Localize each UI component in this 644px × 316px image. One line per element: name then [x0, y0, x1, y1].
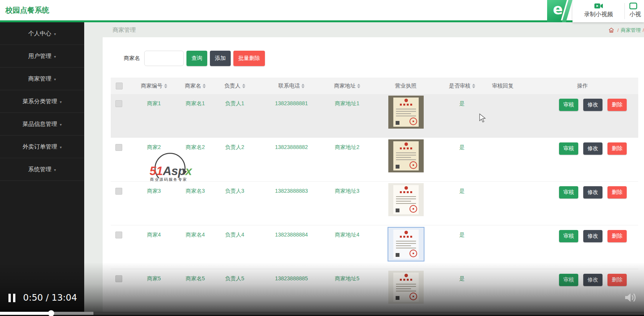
cell-audited: 是	[445, 94, 479, 138]
audit-button[interactable]: 审核	[559, 99, 578, 111]
business-license-image[interactable]	[388, 139, 424, 172]
sidebar-item-3[interactable]: 商家管理▾	[0, 68, 84, 90]
sort-icon[interactable]	[357, 84, 360, 88]
record-video-button[interactable]: 录制小视频	[572, 0, 624, 22]
sort-icon[interactable]	[472, 84, 475, 88]
delete-button[interactable]: 删除	[607, 186, 627, 199]
column-header[interactable]: 联系电话	[255, 78, 328, 94]
cell-merchant-name: 商家名1	[176, 94, 215, 138]
delete-button[interactable]: 删除	[607, 142, 627, 155]
edit-button[interactable]: 修改	[583, 186, 602, 199]
table-row: 商家2 商家名2 负责人2 13823888882 商家地址2 是	[111, 138, 638, 182]
column-header-label: 商家地址	[334, 83, 356, 89]
query-button[interactable]: 查询	[186, 51, 207, 66]
license-title-marks	[400, 191, 412, 193]
column-header-label: 负责人	[225, 83, 241, 89]
sort-icon[interactable]	[242, 84, 245, 88]
edit-button[interactable]: 修改	[583, 99, 602, 111]
batch-delete-button[interactable]: 批量删除	[233, 51, 265, 66]
column-header: 操作	[527, 78, 638, 94]
chevron-down-icon: ▾	[54, 168, 56, 172]
breadcrumb: /商家管理/商	[609, 27, 644, 34]
sidebar-item-label: 个人中心	[28, 30, 51, 36]
breadcrumb-item[interactable]: 商家管理	[621, 27, 641, 33]
mini-video-button[interactable]: 小视	[625, 0, 644, 22]
column-header-label: 审核回复	[492, 83, 514, 89]
sidebar-item-7[interactable]: 系统管理▾	[0, 158, 84, 181]
column-header[interactable]: 商家名	[176, 78, 215, 94]
mini-video-label: 小视	[629, 11, 641, 18]
edit-button[interactable]: 修改	[583, 230, 602, 242]
home-icon[interactable]	[609, 28, 614, 33]
cell-phone: 13823888883	[255, 182, 328, 225]
sidebar-item-4[interactable]: 菜系分类管理▾	[0, 90, 84, 113]
column-header[interactable]: 是否审核	[445, 78, 479, 94]
mini-video-icon	[629, 2, 639, 10]
audit-button[interactable]: 审核	[559, 142, 578, 155]
row-checkbox[interactable]	[115, 188, 122, 195]
row-checkbox[interactable]	[115, 100, 122, 107]
cell-address: 商家地址1	[328, 94, 366, 138]
audit-button[interactable]: 审核	[559, 230, 578, 242]
video-time: 0:50 / 13:04	[23, 293, 77, 303]
header-select-all[interactable]	[111, 78, 132, 94]
column-header[interactable]: 商家编号	[132, 78, 176, 94]
business-license-image[interactable]	[388, 96, 424, 129]
chevron-down-icon: ▾	[54, 32, 56, 36]
sort-icon[interactable]	[301, 84, 305, 88]
row-checkbox[interactable]	[115, 232, 122, 238]
cell-audit-reply	[479, 94, 527, 138]
license-paper	[393, 141, 419, 170]
chevron-down-icon: ▾	[60, 100, 62, 104]
speaker-icon[interactable]	[624, 291, 637, 304]
column-header: 营业执照	[366, 78, 445, 94]
video-progress-track[interactable]	[93, 312, 644, 315]
cell-address: 商家地址2	[328, 138, 366, 182]
sidebar-item-1[interactable]: 个人中心▾	[0, 22, 84, 45]
cell-owner: 负责人2	[215, 138, 255, 182]
cell-audited: 是	[445, 182, 479, 225]
video-progress-played[interactable]	[0, 312, 51, 315]
sidebar-item-5[interactable]: 菜品信息管理▾	[0, 113, 84, 136]
row-actions: 审核 修改 删除	[527, 225, 638, 242]
pause-button[interactable]	[8, 294, 16, 302]
cell-merchant-no: 商家2	[132, 138, 176, 182]
video-progress-knob[interactable]	[48, 310, 54, 316]
sidebar-item-2[interactable]: 用户管理▾	[0, 45, 84, 68]
select-all-checkbox[interactable]	[116, 83, 123, 89]
cell-phone: 13823888882	[255, 138, 328, 182]
chevron-down-icon: ▾	[54, 77, 56, 81]
audit-button[interactable]: 审核	[559, 186, 578, 199]
column-header[interactable]: 负责人	[215, 78, 255, 94]
sort-icon[interactable]	[203, 84, 206, 88]
cell-audit-reply	[479, 138, 527, 182]
extension-panel: 录制小视频 小视	[572, 0, 644, 22]
sidebar-item-6[interactable]: 外卖订单管理▾	[0, 136, 84, 158]
row-actions: 审核 修改 删除	[527, 182, 638, 199]
table-row: 商家1 商家名1 负责人1 13823888881 商家地址1 是	[111, 94, 638, 138]
business-license-image[interactable]	[388, 183, 424, 216]
page-title: 商家管理	[113, 26, 136, 34]
video-progress-strip	[0, 312, 644, 316]
sort-icon[interactable]	[164, 84, 167, 88]
business-license-image[interactable]	[388, 227, 424, 261]
merchant-name-input[interactable]	[144, 51, 184, 66]
row-checkbox[interactable]	[115, 144, 122, 151]
license-stamp	[409, 117, 417, 125]
column-header[interactable]: 商家地址	[328, 78, 366, 94]
delete-button[interactable]: 删除	[607, 99, 627, 111]
sidebar-menu: 个人中心▾用户管理▾商家管理▾菜系分类管理▾菜品信息管理▾外卖订单管理▾系统管理…	[0, 22, 84, 181]
edit-button[interactable]: 修改	[583, 142, 602, 155]
browser-extension-overlay: 录制小视频 小视 e	[547, 0, 644, 22]
license-stamp	[409, 205, 417, 213]
breadcrumb-separator: /	[617, 27, 619, 33]
add-button[interactable]: 添加	[210, 51, 231, 66]
column-header-label: 营业执照	[395, 83, 417, 89]
column-header-label: 商家名	[185, 83, 201, 89]
sidebar-item-label: 菜系分类管理	[22, 98, 57, 104]
delete-button[interactable]: 删除	[607, 230, 627, 242]
license-title-marks	[400, 147, 412, 149]
column-header-label: 商家编号	[141, 83, 163, 89]
app-screen: 校园点餐系统 录制小视频 小视 e	[0, 0, 644, 316]
cell-owner: 负责人3	[215, 182, 255, 225]
